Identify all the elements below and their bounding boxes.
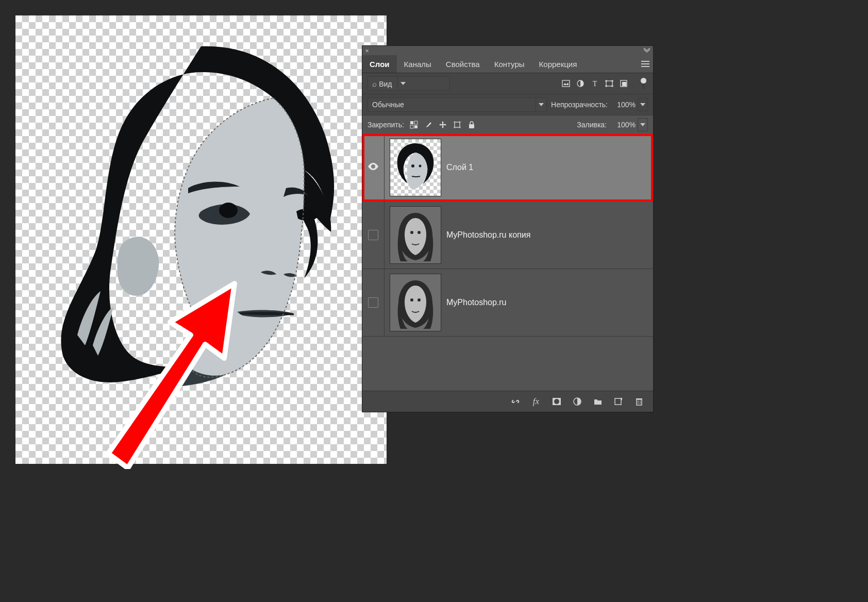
blend-mode-dropdown[interactable]: Обычные bbox=[368, 97, 547, 112]
lock-row: Закрепить: Заливка: 100% bbox=[362, 115, 653, 134]
svg-rect-38 bbox=[615, 398, 621, 405]
filter-kind-dropdown[interactable]: Вид bbox=[368, 76, 450, 91]
svg-point-34 bbox=[418, 298, 421, 302]
svg-rect-39 bbox=[637, 399, 642, 405]
panel-titlebar: × bbox=[362, 46, 653, 55]
delete-icon[interactable] bbox=[633, 396, 645, 407]
fx-icon[interactable]: fx bbox=[530, 396, 542, 407]
blend-mode-value: Обычные bbox=[368, 101, 409, 109]
layer-row[interactable]: MyPhotoshop.ru копия bbox=[362, 202, 653, 269]
svg-rect-15 bbox=[410, 125, 413, 128]
tab-layers[interactable]: Слои bbox=[362, 55, 397, 73]
filter-smart-icon[interactable] bbox=[618, 78, 629, 89]
link-layers-icon[interactable] bbox=[510, 396, 521, 407]
lock-artboard-icon[interactable] bbox=[453, 120, 462, 129]
svg-rect-12 bbox=[622, 82, 626, 86]
svg-text:T: T bbox=[593, 80, 597, 88]
svg-rect-0 bbox=[641, 61, 649, 62]
opacity-label: Непрозрачность: bbox=[551, 101, 608, 109]
fill-label: Заливка: bbox=[577, 121, 607, 129]
visibility-toggle[interactable] bbox=[362, 202, 385, 269]
fill-value: 100% bbox=[612, 121, 638, 129]
svg-rect-9 bbox=[606, 86, 607, 87]
lock-label: Закрепить: bbox=[368, 121, 404, 129]
close-icon[interactable]: × bbox=[362, 46, 372, 55]
layer-row[interactable]: MyPhotoshop.ru bbox=[362, 269, 653, 337]
layer-thumbnail[interactable] bbox=[390, 206, 441, 264]
eye-icon bbox=[368, 163, 379, 172]
tab-properties[interactable]: Свойства bbox=[439, 55, 487, 73]
svg-rect-6 bbox=[606, 81, 612, 86]
lock-icon-group bbox=[409, 120, 476, 129]
svg-rect-7 bbox=[606, 80, 607, 82]
fill-field[interactable]: 100% bbox=[612, 119, 648, 131]
svg-point-33 bbox=[410, 298, 413, 302]
filter-toggle[interactable] bbox=[641, 78, 648, 89]
lock-brush-icon[interactable] bbox=[424, 120, 433, 129]
svg-rect-26 bbox=[469, 124, 474, 128]
layer-name[interactable]: Слой 1 bbox=[446, 163, 473, 172]
adjustment-layer-icon[interactable] bbox=[572, 396, 583, 407]
svg-point-28 bbox=[419, 165, 422, 168]
svg-rect-13 bbox=[410, 121, 413, 124]
layer-name[interactable]: MyPhotoshop.ru копия bbox=[446, 230, 530, 240]
filter-image-icon[interactable] bbox=[560, 78, 572, 89]
panel-menu-icon[interactable] bbox=[638, 55, 653, 73]
layer-thumbnail[interactable] bbox=[390, 139, 441, 196]
layer-name[interactable]: MyPhotoshop.ru bbox=[446, 298, 507, 307]
tab-adjustments[interactable]: Коррекция bbox=[532, 55, 585, 73]
visibility-empty-icon bbox=[368, 297, 378, 308]
svg-rect-17 bbox=[455, 122, 460, 127]
panel-footer: fx bbox=[362, 391, 653, 412]
opacity-field[interactable]: 100% bbox=[612, 98, 648, 111]
filter-adjustment-icon[interactable] bbox=[575, 78, 586, 89]
blend-row: Обычные Непрозрачность: 100% bbox=[362, 94, 653, 115]
filter-row: Вид T bbox=[362, 73, 653, 94]
canvas-area[interactable] bbox=[15, 15, 387, 464]
visibility-empty-icon bbox=[368, 230, 378, 240]
chevron-down-icon bbox=[638, 118, 648, 131]
layer-list: Слой 1 MyPhotoshop.ru копия bbox=[362, 134, 653, 337]
chevron-down-icon bbox=[536, 98, 546, 111]
group-icon[interactable] bbox=[592, 396, 604, 407]
visibility-toggle[interactable] bbox=[362, 269, 385, 336]
filter-type-icon[interactable]: T bbox=[589, 78, 600, 89]
lock-move-icon[interactable] bbox=[438, 120, 447, 129]
svg-rect-16 bbox=[414, 125, 418, 128]
filter-icon-group: T bbox=[560, 78, 629, 89]
layer-row[interactable]: Слой 1 bbox=[362, 134, 653, 202]
svg-rect-3 bbox=[562, 80, 570, 87]
svg-rect-1 bbox=[641, 63, 649, 64]
panel-tabs: Слои Каналы Свойства Контуры Коррекция bbox=[362, 55, 653, 73]
svg-rect-14 bbox=[414, 121, 418, 124]
annotation-arrow bbox=[88, 263, 242, 469]
svg-point-30 bbox=[410, 231, 413, 234]
svg-point-31 bbox=[418, 231, 421, 234]
layer-thumbnail[interactable] bbox=[390, 274, 441, 331]
svg-rect-40 bbox=[636, 398, 642, 399]
svg-point-27 bbox=[411, 164, 414, 168]
opacity-value: 100% bbox=[612, 101, 638, 109]
chevron-down-icon bbox=[397, 77, 408, 90]
lock-all-icon[interactable] bbox=[467, 120, 476, 129]
filter-kind-label: Вид bbox=[368, 79, 397, 88]
visibility-toggle[interactable] bbox=[362, 134, 385, 201]
new-layer-icon[interactable] bbox=[613, 396, 624, 407]
collapse-icon[interactable] bbox=[641, 46, 653, 55]
svg-rect-8 bbox=[612, 80, 613, 82]
tab-channels[interactable]: Каналы bbox=[397, 55, 439, 73]
filter-shape-icon[interactable] bbox=[604, 78, 615, 89]
svg-rect-2 bbox=[641, 66, 649, 67]
svg-rect-10 bbox=[612, 86, 613, 87]
layers-panel: × Слои Каналы Свойства Контуры Коррекция… bbox=[362, 45, 654, 412]
tab-paths[interactable]: Контуры bbox=[487, 55, 532, 73]
mask-icon[interactable] bbox=[551, 396, 562, 407]
lock-pixels-icon[interactable] bbox=[409, 120, 419, 129]
svg-point-36 bbox=[554, 399, 559, 404]
chevron-down-icon bbox=[638, 98, 648, 111]
